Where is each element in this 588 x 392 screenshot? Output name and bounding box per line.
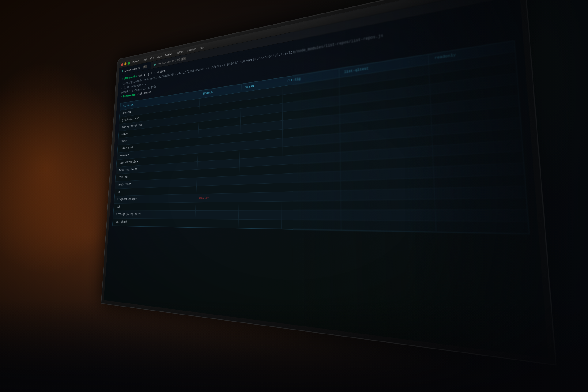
menu-view[interactable]: View — [157, 55, 162, 58]
cell-readonly — [436, 221, 529, 234]
menu-shell[interactable]: Shell — [142, 58, 147, 62]
cell-stash — [239, 192, 282, 202]
menu-window[interactable]: Window — [187, 47, 196, 52]
cell-firtig — [282, 181, 341, 192]
menu-edit[interactable]: Edit — [150, 56, 154, 60]
traffic-lights — [121, 61, 130, 66]
tab-icon-2 — [154, 63, 156, 66]
cell-stash — [238, 219, 281, 229]
cell-branch — [195, 219, 238, 228]
minimize-button[interactable] — [124, 62, 127, 66]
app-title: iTerm2 — [132, 59, 139, 64]
cell-directory: tryghost-casper — [114, 194, 196, 204]
menu-toolbelt[interactable]: Toolbelt — [175, 50, 184, 55]
cell-readonly — [435, 210, 528, 222]
cell-directory: t2h — [114, 202, 196, 211]
cell-listql — [341, 199, 435, 210]
laptop-body: iTerm2 Shell Edit View Profiles Toolbelt… — [101, 0, 557, 366]
close-button[interactable] — [121, 63, 123, 66]
menu-profiles[interactable]: Profiles — [165, 52, 173, 57]
cell-listql — [341, 188, 435, 201]
menu-help[interactable]: Help — [199, 45, 204, 50]
screen: iTerm2 Shell Edit View Profiles Toolbelt… — [104, 0, 548, 358]
cell-firtig — [282, 220, 341, 230]
cell-listql — [341, 210, 436, 221]
laptop-bezel: iTerm2 Shell Edit View Profiles Toolbelt… — [104, 0, 548, 358]
cell-branch — [196, 184, 239, 194]
cell-stash — [239, 201, 282, 211]
cell-stash — [239, 183, 282, 193]
cell-directory: storybook — [113, 218, 195, 228]
cell-branch — [195, 202, 239, 211]
tab-2-badge: ⌘2 — [181, 57, 186, 61]
cell-directory: stringify-replacers — [113, 211, 195, 219]
cell-branch: master — [196, 193, 239, 202]
cell-branch — [195, 210, 239, 219]
cell-listql — [341, 220, 436, 232]
cell-firtig — [282, 210, 341, 220]
cell-firtig — [282, 200, 341, 210]
scene: iTerm2 Shell Edit View Profiles Toolbelt… — [0, 0, 588, 392]
cell-readonly — [435, 198, 527, 210]
cell-stash — [238, 210, 282, 220]
tab-icon-1 — [122, 70, 123, 72]
cell-readonly — [434, 186, 526, 199]
terminal-content: ➜ Documents npm i -g list-repos /Users/p… — [109, 0, 539, 239]
tab-1-badge: ⌘1 — [143, 65, 148, 68]
cell-firtig — [282, 190, 341, 201]
prompt-arrow-1: ➜ — [122, 77, 123, 82]
laptop: iTerm2 Shell Edit View Profiles Toolbelt… — [55, 0, 440, 347]
maximize-button[interactable] — [128, 61, 130, 65]
prompt-arrow-2: ➜ — [121, 95, 122, 100]
